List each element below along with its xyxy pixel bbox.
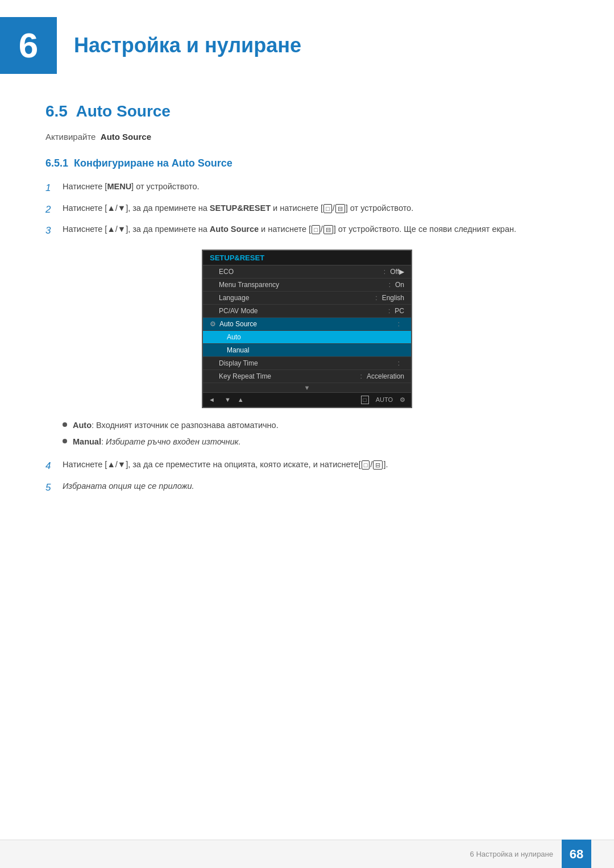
osd-row-option-auto: Auto — [203, 331, 411, 344]
osd-row-eco: ECO : Off ▶ — [203, 265, 411, 279]
activate-text: Активирайте Auto Source — [45, 132, 569, 142]
step-text-4: Натиснете [▲/▼], за да се преместите на … — [63, 459, 569, 471]
step-5: 5 Избраната опция ще се приложи. — [45, 480, 569, 495]
step-4: 4 Натиснете [▲/▼], за да се преместите н… — [45, 459, 569, 474]
osd-auto-label: AUTO — [376, 396, 393, 403]
chapter-number: 6 — [19, 28, 38, 63]
bullet-text-manual: Manual: Избирате ръчно входен източник. — [73, 436, 241, 448]
bullet-dot-auto — [63, 422, 67, 427]
bullet-dot-manual — [63, 439, 67, 443]
osd-row-menu-transparency: Menu Transparency : On — [203, 279, 411, 292]
osd-title-bar: SETUP&RESET — [203, 251, 411, 265]
chapter-number-block: 6 — [0, 17, 57, 74]
section-title: 6.5 Auto Source — [45, 102, 569, 121]
osd-down-arrow: ▼ — [203, 383, 411, 392]
step-number-2: 2 — [45, 202, 63, 217]
osd-row-key-repeat-time: Key Repeat Time : Acceleration — [203, 370, 411, 383]
main-content: 6.5 Auto Source Активирайте Auto Source … — [0, 102, 614, 547]
step-text-5: Избраната опция ще се приложи. — [63, 480, 569, 493]
osd-bottom-bar: ◄ ▼ ▲ □ AUTO ⚙ — [203, 392, 411, 407]
footer-page-number: 68 — [562, 840, 591, 869]
step-text-2: Натиснете [▲/▼], за да преминете на SETU… — [63, 202, 569, 215]
step-number-3: 3 — [45, 223, 63, 238]
osd-row-pcav-mode: PC/AV Mode : PC — [203, 305, 411, 318]
osd-settings-icon: ⚙ — [400, 396, 405, 404]
bullet-item-auto: Auto: Входният източник се разпознава ав… — [63, 420, 569, 432]
step-number-1: 1 — [45, 181, 63, 196]
osd-nav-down-icon: ▼ — [225, 396, 231, 403]
bullet-list: Auto: Входният източник се разпознава ав… — [63, 420, 569, 449]
step-3: 3 Натиснете [▲/▼], за да преминете на Au… — [45, 223, 569, 238]
osd-row-auto-source: ⚙ Auto Source : — [203, 318, 411, 331]
step-number-5: 5 — [45, 480, 63, 495]
step-2: 2 Натиснете [▲/▼], за да преминете на SE… — [45, 202, 569, 217]
chapter-title: Настройка и нулиране — [74, 34, 301, 57]
footer-chapter-label: 6 Настройка и нулиране — [470, 850, 553, 858]
osd-enter-icon: □ — [361, 396, 369, 404]
footer: 6 Настройка и нулиране 68 — [0, 840, 614, 868]
steps-list: 1 Натиснете [MENU] от устройството. 2 На… — [45, 181, 569, 238]
step-1: 1 Натиснете [MENU] от устройството. — [45, 181, 569, 196]
step-text-1: Натиснете [MENU] от устройството. — [63, 181, 569, 193]
subsection-title: 6.5.1 Конфигуриране на Auto Source — [45, 157, 569, 169]
monitor-container: SETUP&RESET ECO : Off ▶ Menu Transparenc… — [45, 250, 569, 408]
osd-row-display-time: Display Time : — [203, 357, 411, 370]
osd-nav-up-icon: ▲ — [238, 396, 244, 403]
step-number-4: 4 — [45, 459, 63, 474]
osd-nav-left-icon: ◄ — [209, 396, 218, 403]
osd-row-option-manual: Manual — [203, 344, 411, 357]
bullet-item-manual: Manual: Избирате ръчно входен източник. — [63, 436, 569, 448]
osd-menu: SETUP&RESET ECO : Off ▶ Menu Transparenc… — [202, 250, 412, 408]
osd-row-language: Language : English — [203, 292, 411, 305]
bullet-text-auto: Auto: Входният източник се разпознава ав… — [73, 420, 279, 432]
chapter-header: 6 Настройка и нулиране — [0, 0, 614, 85]
step-text-3: Натиснете [▲/▼], за да преминете на Auto… — [63, 223, 569, 236]
